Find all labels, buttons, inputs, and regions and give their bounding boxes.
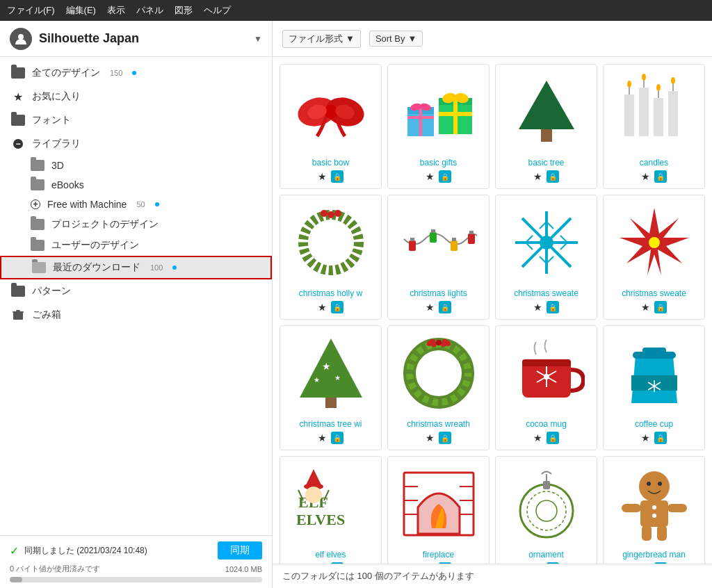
- card-image: ★ ★ ★: [289, 332, 373, 415]
- design-card-fireplace[interactable]: fireplace ☆ 🔒: [387, 456, 490, 564]
- design-card-christmas-sweater1[interactable]: christmas sweate ★ 🔒: [495, 195, 597, 320]
- star-icon[interactable]: ★: [426, 302, 435, 313]
- design-card-christmas-holly[interactable]: christmas holly w ★ 🔒: [280, 195, 382, 320]
- menubar: ファイル(F) 編集(E) 表示 パネル 図形 ヘルプ: [0, 0, 712, 21]
- sidebar-item-library[interactable]: − ライブラリ: [0, 132, 272, 156]
- card-image: ELF ELVES: [289, 462, 373, 546]
- card-actions: ★ 🔒: [641, 301, 667, 313]
- design-card-christmas-lights[interactable]: christmas lights ★ 🔒: [387, 195, 490, 320]
- svg-point-76: [436, 340, 442, 345]
- nav-label: 最近のダウンロード: [53, 261, 140, 274]
- svg-rect-18: [439, 112, 472, 116]
- menu-help[interactable]: ヘルプ: [204, 4, 231, 17]
- star-icon[interactable]: ★: [533, 302, 542, 313]
- card-actions: ★ 🔒: [318, 170, 343, 183]
- menu-panel[interactable]: パネル: [136, 4, 163, 17]
- avatar: [10, 28, 32, 50]
- nav-label: ライブラリ: [32, 138, 81, 150]
- card-title: coffee cup: [635, 419, 673, 429]
- sidebar-item-recent-downloads[interactable]: 最近のダウンロード 100: [0, 256, 272, 279]
- star-icon[interactable]: ★: [426, 432, 435, 443]
- folder-icon: [11, 113, 25, 127]
- card-title: basic gifts: [420, 158, 457, 168]
- design-card-basic-gifts[interactable]: basic gifts ★ 🔒: [387, 64, 490, 189]
- sidebar-item-free-machine[interactable]: + Free with Machine 50: [0, 195, 272, 214]
- sidebar-item-ebooks[interactable]: eBooks: [0, 175, 272, 195]
- file-format-arrow: ▼: [346, 33, 355, 44]
- card-actions: ★ 🔒: [426, 170, 451, 183]
- nav-label: パターン: [32, 285, 71, 297]
- svg-rect-88: [642, 348, 666, 353]
- star-icon[interactable]: ★: [533, 171, 542, 182]
- sidebar-item-favorites[interactable]: ★ お気に入り: [0, 85, 272, 108]
- svg-rect-82: [522, 359, 571, 366]
- menu-file[interactable]: ファイル(F): [7, 4, 55, 17]
- sidebar-item-3d[interactable]: 3D: [0, 156, 272, 175]
- star-icon[interactable]: ★: [641, 432, 650, 443]
- star-icon[interactable]: ★: [533, 432, 542, 443]
- sync-button[interactable]: 同期: [218, 541, 262, 560]
- card-image: [613, 332, 696, 415]
- sidebar-dropdown-arrow[interactable]: ▼: [254, 34, 262, 44]
- svg-rect-3: [13, 311, 24, 313]
- nav-label: 全てのデザイン: [32, 67, 100, 79]
- nav-label: 3D: [51, 160, 64, 171]
- folder-icon: [31, 179, 44, 190]
- sort-by-arrow: ▼: [408, 33, 417, 44]
- design-card-elf-elves[interactable]: ELF ELVES elf elves ☆ 🔒: [280, 456, 382, 564]
- star-icon[interactable]: ★: [641, 302, 650, 313]
- design-card-cocoa-mug[interactable]: cocoa mug ★ 🔒: [495, 325, 597, 450]
- star-icon[interactable]: ★: [318, 302, 327, 313]
- design-card-candles[interactable]: candles ★ 🔒: [603, 64, 705, 189]
- file-format-button[interactable]: ファイル形式 ▼: [282, 30, 361, 48]
- nav-badge-dot: [132, 71, 136, 75]
- design-card-gingerbread[interactable]: gingerbread man ☆ 🔒: [603, 456, 705, 564]
- star-icon[interactable]: ★: [318, 432, 327, 443]
- card-image: [505, 201, 588, 284]
- sidebar-item-pattern[interactable]: パターン: [0, 279, 272, 303]
- nav-label: プロジェクトのデザイン: [51, 218, 159, 231]
- menu-view[interactable]: 表示: [107, 4, 125, 17]
- card-title: christmas tree wi: [299, 419, 362, 429]
- nav-badge: 150: [110, 69, 122, 77]
- svg-rect-44: [410, 238, 414, 241]
- design-card-christmas-sweater2[interactable]: christmas sweate ★ 🔒: [603, 195, 705, 320]
- sidebar-item-fonts[interactable]: フォント: [0, 108, 272, 132]
- design-card-basic-bow[interactable]: basic bow ★ 🔒: [280, 64, 382, 189]
- sidebar-item-project-design[interactable]: プロジェクトのデザイン: [0, 214, 272, 235]
- card-title: fireplace: [423, 550, 454, 560]
- lock-icon: 🔒: [331, 301, 343, 313]
- menu-shape[interactable]: 図形: [175, 4, 193, 17]
- card-image: [397, 70, 480, 154]
- sidebar-item-user-design[interactable]: ユーザーのデザイン: [0, 235, 272, 256]
- sidebar-item-all-designs[interactable]: 全てのデザイン 150: [0, 61, 272, 85]
- sidebar: Silhouette Japan ▼ 全てのデザイン 150 ★ お気に入り: [0, 21, 273, 588]
- card-title: ornament: [528, 550, 564, 560]
- card-title: gingerbread man: [622, 550, 686, 560]
- star-icon[interactable]: ★: [318, 171, 327, 182]
- svg-rect-106: [543, 481, 550, 489]
- lock-icon: 🔒: [331, 432, 343, 444]
- design-card-christmas-wreath[interactable]: christmas wreath ★ 🔒: [387, 325, 490, 450]
- sidebar-item-trash[interactable]: ごみ箱: [0, 303, 272, 327]
- star-icon[interactable]: ★: [426, 171, 435, 182]
- design-card-coffee-cup[interactable]: coffee cup ★ 🔒: [603, 325, 705, 450]
- card-title: christmas sweate: [514, 288, 578, 298]
- design-card-christmas-tree[interactable]: ★ ★ ★ christmas tree wi ★ 🔒: [280, 325, 382, 450]
- minus-icon: −: [11, 137, 25, 151]
- svg-point-93: [305, 487, 322, 503]
- menu-edit[interactable]: 編集(E): [66, 4, 96, 17]
- card-title: christmas sweate: [622, 288, 686, 298]
- svg-point-104: [527, 491, 566, 530]
- nav-label: お気に入り: [32, 90, 81, 103]
- design-card-basic-tree[interactable]: basic tree ★ 🔒: [495, 64, 597, 189]
- nav-label: フォント: [32, 114, 71, 126]
- svg-text:ELVES: ELVES: [296, 511, 345, 528]
- lock-icon: 🔒: [439, 170, 451, 183]
- sort-by-button[interactable]: Sort By ▼: [369, 31, 423, 47]
- svg-point-103: [520, 484, 573, 537]
- star-icon[interactable]: ★: [641, 171, 650, 182]
- card-actions: ★ 🔒: [533, 170, 559, 183]
- design-card-ornament[interactable]: ornament ☆ 🔒: [495, 456, 597, 564]
- folder-icon: [11, 284, 25, 298]
